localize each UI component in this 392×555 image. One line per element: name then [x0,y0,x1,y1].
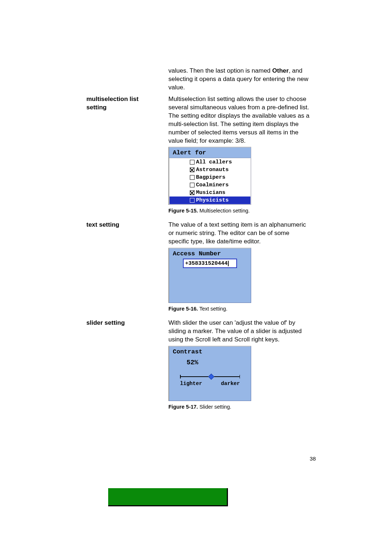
text-setting-desc: The value of a text setting item is an a… [168,221,310,246]
slider-header: Contrast [169,347,251,357]
multiselection-item[interactable]: Musicians [170,189,250,197]
intro-paragraph: values. Then the last option is named Ot… [168,67,310,92]
text-cursor-icon [228,261,229,266]
slider-setting-desc: With slider the user can 'adjust the val… [168,319,310,344]
figure-multiselection: Alert for All callers Astronauts Bagpipe… [168,147,251,205]
checkbox-checked-icon [190,167,195,172]
figure-5-17-caption: Figure 5-17. Slider setting. [168,403,310,410]
figure-5-16-caption: Figure 5-16. Text setting. [168,305,310,312]
slider-value: 52% [169,359,251,366]
multiselection-label: multiselection list setting [86,95,159,112]
slider-track[interactable] [180,374,240,379]
multiselection-item[interactable]: All callers [170,158,250,166]
multiselection-header: Alert for [169,147,251,158]
footer-green-bar [108,488,228,506]
multiselection-desc: Multiselection list setting allows the u… [168,95,310,145]
intro-pre: values. Then the last option is named [168,67,272,74]
slider-setting-label: slider setting [86,319,159,327]
text-setting-header: Access Number [169,248,251,259]
multiselection-items: All callers Astronauts Bagpipers Coalmin… [170,158,250,204]
multiselection-item[interactable]: Bagpipers [170,174,250,181]
slider-end-left [180,375,181,378]
slider-right-label: darker [221,381,240,386]
multiselection-item[interactable]: Coalminers [170,181,250,189]
figure-text-setting: Access Number +358331520444 [168,248,251,303]
slider-marker-icon[interactable] [208,374,214,380]
slider-left-label: lighter [180,381,202,386]
multiselection-item[interactable]: Astronauts [170,166,250,174]
intro-bold: Other [272,67,289,74]
multiselection-item-selected[interactable]: Physicists [170,197,250,204]
checkbox-icon [190,198,195,203]
figure-5-15-caption: Figure 5-15. Multiselection setting. [168,207,310,214]
figure-slider-setting: Contrast 52% lighter darker [168,346,251,401]
checkbox-icon [190,160,195,165]
slider-end-right [240,375,240,378]
checkbox-checked-icon [190,190,195,195]
text-setting-input[interactable]: +358331520444 [183,259,237,268]
checkbox-icon [190,183,195,187]
page-number: 38 [310,455,316,462]
text-setting-value: +358331520444 [185,260,228,267]
checkbox-icon [190,175,195,180]
text-setting-label: text setting [86,221,159,229]
